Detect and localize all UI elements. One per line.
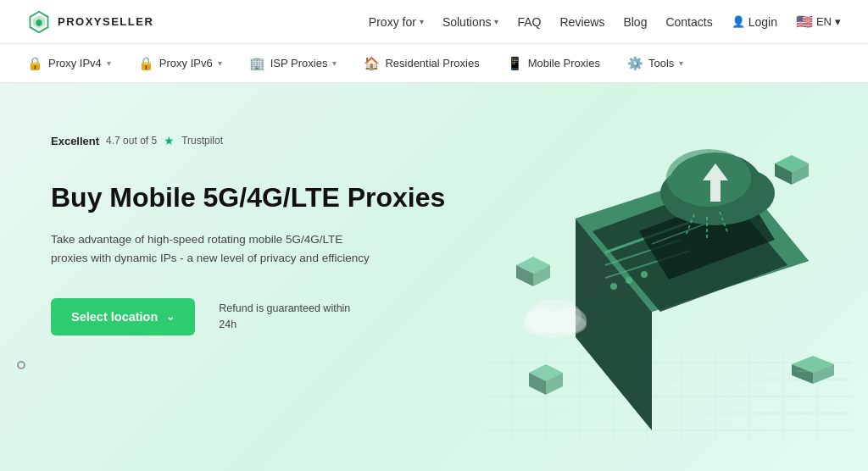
svg-point-26 (626, 277, 632, 284)
trustpilot-rating: 4.7 out of 5 (106, 135, 157, 147)
chevron-down-icon: ▾ (420, 17, 424, 26)
chevron-down-icon: ▾ (494, 17, 498, 26)
nav-solutions[interactable]: Solutions ▾ (442, 15, 499, 29)
hero-content: Excellent 4.7 out of 5 ★ Trustpilot Buy … (51, 117, 445, 335)
select-location-button[interactable]: Select location ⌄ (51, 298, 195, 335)
nav-contacts[interactable]: Contacts (665, 15, 712, 29)
residential-icon: 🏠 (364, 56, 380, 71)
chevron-down-icon: ▾ (679, 58, 683, 68)
trustpilot-name: Trustpilot (181, 135, 223, 147)
trustpilot-excellent: Excellent (51, 135, 99, 147)
login-button[interactable]: 👤 Login (732, 15, 777, 29)
nav-tools[interactable]: ⚙️ Tools ▾ (627, 56, 683, 71)
chevron-down-icon: ▾ (332, 58, 337, 68)
proxy-ipv6-icon: 🔒 (138, 56, 154, 71)
chevron-down-icon: ⌄ (166, 311, 175, 323)
nav-blog[interactable]: Blog (623, 15, 647, 29)
svg-point-56 (522, 312, 587, 337)
refund-info: Refund is guaranteed within 24h (219, 301, 350, 333)
tools-icon: ⚙️ (627, 56, 643, 71)
svg-point-27 (641, 271, 648, 278)
hero-description: Take advantage of high-speed rotating mo… (51, 230, 373, 267)
logo-icon (27, 10, 51, 34)
nav-proxy-for[interactable]: Proxy for ▾ (369, 15, 424, 29)
nav-proxy-ipv4[interactable]: 🔒 Proxy IPv4 ▾ (27, 56, 111, 71)
logo[interactable]: PROXYSELLER (27, 10, 153, 34)
mobile-icon: 📱 (507, 56, 523, 71)
nav-proxy-ipv6[interactable]: 🔒 Proxy IPv6 ▾ (138, 56, 222, 71)
hero-section: Excellent 4.7 out of 5 ★ Trustpilot Buy … (0, 83, 868, 471)
secondary-nav: 🔒 Proxy IPv4 ▾ 🔒 Proxy IPv6 ▾ 🏢 ISP Prox… (0, 44, 868, 83)
nav-reviews[interactable]: Reviews (559, 15, 604, 29)
proxy-ipv4-icon: 🔒 (27, 56, 43, 71)
brand-name: PROXYSELLER (58, 15, 153, 28)
trustpilot-row: Excellent 4.7 out of 5 ★ Trustpilot (51, 134, 445, 147)
nav-residential-proxies[interactable]: 🏠 Residential Proxies (364, 56, 479, 71)
mobile-proxy-illustration (444, 83, 868, 471)
svg-point-25 (610, 283, 617, 290)
nav-faq[interactable]: FAQ (517, 15, 541, 29)
decorative-dot (17, 361, 25, 369)
chevron-down-icon: ▾ (835, 15, 841, 28)
isp-proxies-icon: 🏢 (249, 56, 265, 71)
nav-links: Proxy for ▾ Solutions ▾ FAQ Reviews Blog… (369, 14, 841, 30)
language-selector[interactable]: 🇺🇸 EN ▾ (796, 14, 841, 30)
hero-title: Buy Mobile 5G/4G/LTE Proxies (51, 181, 445, 213)
hero-illustration (444, 83, 868, 471)
top-nav: PROXYSELLER Proxy for ▾ Solutions ▾ FAQ … (0, 0, 868, 44)
nav-isp-proxies[interactable]: 🏢 ISP Proxies ▾ (249, 56, 337, 71)
hero-actions: Select location ⌄ Refund is guaranteed w… (51, 298, 445, 335)
chevron-down-icon: ▾ (218, 58, 222, 68)
trustpilot-star-icon: ★ (164, 134, 175, 147)
chevron-down-icon: ▾ (107, 58, 111, 68)
nav-mobile-proxies[interactable]: 📱 Mobile Proxies (507, 56, 600, 71)
